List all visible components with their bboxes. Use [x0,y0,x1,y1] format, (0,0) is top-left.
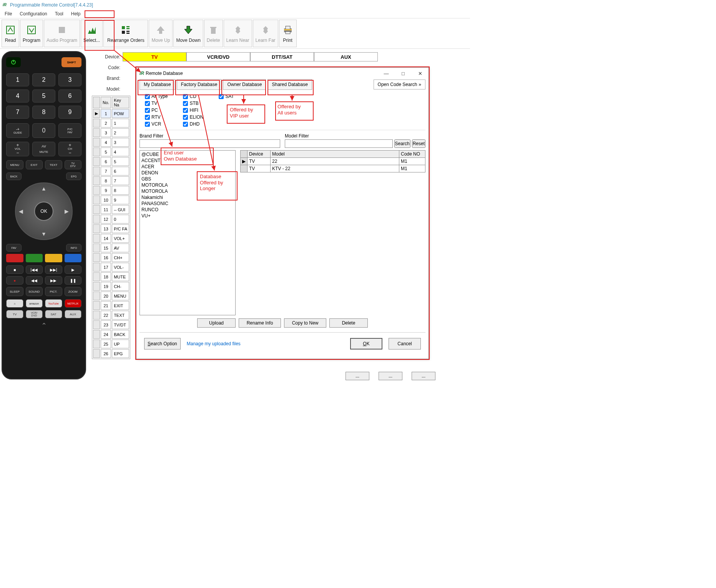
manage-link[interactable]: Manage my uploaded files [187,341,241,346]
devtab-vcrdvd[interactable]: VCR/DVD [186,52,250,61]
table-row[interactable]: 65 [93,157,129,166]
maximize-icon[interactable]: □ [395,68,412,79]
table-row[interactable]: 22TEXT [93,311,129,320]
brand-list[interactable]: @CUBEACCENTACERDENONGBSMOTOROLAMOTOROLAN… [140,150,236,315]
remote-epg: EPG [66,172,81,180]
type-check-elion[interactable]: ELION [183,114,203,120]
type-check-vcr[interactable]: VCR [145,121,168,127]
remote-ok: OK [34,202,53,221]
table-row[interactable]: 26EPG [93,349,129,358]
toolbar-move-down[interactable]: Move Down [173,20,203,47]
tab-factory-database[interactable]: Factory Database [177,79,222,90]
type-check-alltype[interactable]: All Type [145,94,168,99]
search-option-button[interactable]: Search Option [144,338,181,349]
table-row[interactable]: 32 [93,128,129,137]
svg-rect-10 [210,27,216,28]
remote-key-3: 3 [58,73,81,86]
devtab-dttsat[interactable]: DTT/SAT [250,52,314,61]
list-item[interactable]: VU+ [141,213,234,219]
remote-key-4: 4 [6,89,29,103]
tab-my-database[interactable]: My Database [140,79,175,90]
table-row[interactable]: 98 [93,186,129,195]
key-table[interactable]: No.Key Na ▶1POW213243546576879810911-- G… [92,96,130,359]
toolbar-read[interactable]: Read [2,20,19,47]
toolbar-select[interactable]: Select... [81,20,103,47]
type-check-dhd[interactable]: DHD [183,121,203,127]
table-row[interactable]: 76 [93,167,129,176]
menu-file[interactable]: File [5,11,12,17]
tab-shared-database[interactable]: Shared Database [267,79,312,90]
type-check-tv[interactable]: TV [145,101,168,106]
type-check-hifi[interactable]: HIFI [183,108,203,113]
ellipsis-3[interactable]: ... [412,372,435,380]
table-row[interactable]: 16CH+ [93,253,129,262]
table-row[interactable]: 21EXIT [93,301,129,310]
table-row[interactable]: 17VOL- [93,263,129,272]
tab-owner-database[interactable]: Owner Database [223,79,266,90]
menu-configuration[interactable]: Configuration [20,11,47,17]
ellipsis-1[interactable]: ... [346,372,369,380]
table-row[interactable]: 19CH- [93,282,129,291]
list-item[interactable]: MOTOROLA [141,188,234,194]
type-check-stb[interactable]: STB [183,101,203,106]
list-item[interactable]: DENON [141,170,234,176]
toolbar-rearrange[interactable]: Rearrange Orders [103,20,148,47]
list-item[interactable]: PANASONIC [141,200,234,207]
copy-button[interactable]: Copy to New [284,318,326,328]
menu-tool[interactable]: Tool [55,11,63,17]
table-row[interactable]: 25UP [93,340,129,348]
upload-button[interactable]: Upload [197,318,236,328]
list-item[interactable]: RUNCO [141,207,234,213]
list-item[interactable]: GBS [141,176,234,182]
search-button[interactable]: Search [394,139,410,148]
remote-ch: +CH− [58,142,81,156]
devtab-tv[interactable]: TV [123,52,186,61]
reset-button[interactable]: Reset [412,139,425,148]
type-check-rtv[interactable]: RTV [145,114,168,120]
table-row[interactable]: ▶TV22M1 [241,158,425,165]
open-code-search[interactable]: Open Code Search » [374,80,425,89]
toolbar-program[interactable]: Program [20,20,43,47]
table-row[interactable]: 54 [93,147,129,156]
table-row[interactable]: 120 [93,215,129,224]
table-row[interactable]: 11-- GUI [93,205,129,214]
minimize-icon[interactable]: — [378,68,395,79]
table-row[interactable]: 24BACK [93,330,129,339]
ok-button[interactable]: OK [350,338,382,349]
brand-filter-input[interactable] [140,139,280,148]
table-row[interactable]: 109 [93,195,129,204]
list-item[interactable]: ACER [141,164,234,170]
close-icon[interactable]: ✕ [412,68,429,79]
table-row[interactable]: 13P/C FA [93,224,129,233]
cancel-button[interactable]: Cancel [389,338,421,349]
print-icon [282,24,294,36]
rename-button[interactable]: Rename Info [239,318,281,328]
devtab-aux[interactable]: AUX [314,52,378,61]
list-item[interactable]: Nakamichi [141,194,234,200]
type-check-cd[interactable]: CD [183,94,203,99]
remote-fav2: FAV [6,244,22,252]
table-row[interactable]: 23TV/DT [93,320,129,329]
table-row[interactable]: ▶1POW [93,109,129,118]
model-table[interactable]: Device Model Code NO ▶TV22M1TVKTV - 22M1 [240,150,425,172]
toolbar-print[interactable]: Print [279,20,297,47]
table-row[interactable]: 87 [93,176,129,185]
list-item[interactable]: MOTOROLA [141,182,234,188]
table-row[interactable]: 14VOL+ [93,234,129,243]
table-row[interactable]: 43 [93,138,129,147]
type-check-sat[interactable]: SAT [219,94,234,99]
table-row[interactable]: 21 [93,119,129,128]
ellipsis-2[interactable]: ... [379,372,402,380]
type-check-pc[interactable]: PC [145,108,168,113]
table-row[interactable]: 15AV [93,243,129,252]
table-row[interactable]: TVKTV - 22M1 [241,165,425,172]
list-item[interactable]: @CUBE [141,151,234,157]
list-item[interactable]: ACCENT [141,157,234,164]
remote-key-9: 9 [58,106,81,119]
table-row[interactable]: 18MUTE [93,272,129,281]
model-filter-input[interactable] [285,139,393,148]
table-row[interactable]: 20MENU [93,292,129,300]
remote-yellow [45,254,62,262]
delete-button[interactable]: Delete [329,318,368,328]
menu-help[interactable]: Help [71,11,81,17]
